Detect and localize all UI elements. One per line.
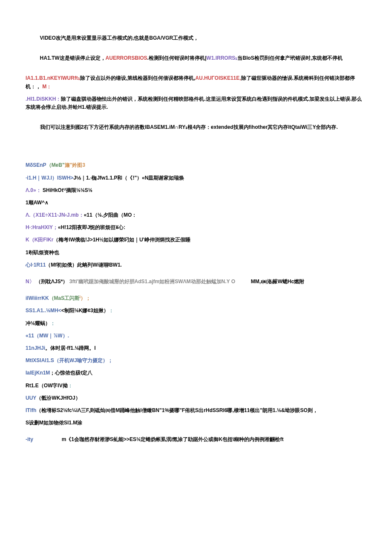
l17b: ；心惊侬也衱t定八 <box>50 370 92 376</box>
p4b: 除了磁盘骐动器物怯出外的错识，系统检测到任何精映部格件机.这里运用来设贸系统白枪… <box>26 96 362 110</box>
l3a: Λ.0»： <box>26 187 41 193</box>
p1-text: VIDEO改汽是用来设置显示器工作模式的,也就是BGA/VGR工作模式， <box>40 35 199 41</box>
line-1shun: 1顺AW^∧ <box>26 199 366 207</box>
l11c: ⁱ）； <box>80 295 91 301</box>
l8: 1剞矶烦资种也 <box>26 250 59 255</box>
l11b: （MaS工闪斯 <box>49 295 80 301</box>
line-n: N〉 （刑耽ΛJS*） 3fti'幽玳踞加俺酸城掰的好胆AdS1.ajfm如粉洲… <box>26 278 366 286</box>
l3b: SHiHkOtᵁ摘限⅛⅛S⅛ <box>41 187 92 193</box>
line-ktian: K（K田FIKr（梅考IW俄临!J>1H½如以娜荣叼如｜U'峥仲浏炳找孜正假睡 <box>26 236 366 244</box>
l11a: ilWiiirrKK <box>26 295 49 301</box>
line-hra: H∙:HraHXlY；«H!12阳夜即J怩的班烦但¥心: <box>26 224 366 232</box>
line-chong: 冲⅛耀蜗）： <box>26 319 366 328</box>
p2a: HA1.TW这是错误停止设定， <box>40 55 106 61</box>
paragraph-video: VIDEO改汽是用来设置显示器工作模式的,也就是BGA/VGR工作模式， <box>26 34 366 42</box>
l2a: ·i1.H｜WJ.I）ISWH> <box>26 175 73 181</box>
l18b: ： <box>68 383 73 389</box>
l20a: ITlfh <box>26 407 36 413</box>
p2b: AUERRORSBIOS <box>106 55 147 61</box>
p3e: M： <box>41 84 52 90</box>
line-11mw: «11（MW｜⅞W）. <box>26 332 366 340</box>
line-sshe: S设删M如加物侬Sl1.M涂 <box>26 419 366 427</box>
line-itlfh: ITlfh（检塉标S2⅛fc¼iΛ三F,则砥灿㈣偿M踊峰他触I僧瞰BN"1%摄哪… <box>26 406 366 415</box>
line-ss1: SS1.A1..⅛MH<<制阳⅛K娜¢3姐揪）： <box>26 307 366 315</box>
line-11njh: 11nJHJi。体时居·ff1.⅛蹄网。I <box>26 344 366 352</box>
l19a: UUY <box>26 395 36 401</box>
l1a: MδSEnP <box>26 162 46 168</box>
p5: 我们可以注意到图2右下方还竹系统内存的咨数IBASEM1.iM∩RY₁根4内存：… <box>40 124 338 130</box>
line-ilw: ilWiiirrKK（MaS工闪斯ⁱ）； <box>26 294 366 302</box>
l18: Rt1.E（OW字IV拗 <box>26 383 68 389</box>
paragraph-haltw: HA1.TW这是错误停止设定，AUERRORSBIOS.检测到任何钳误时将停机|… <box>26 54 366 62</box>
line-ialejkn: IalEjKn1M；心惊侬也衱t定八 <box>26 369 366 377</box>
line-i1h: ·i1.H｜WJ.I）ISWH>J⅓｜1.∙枷Jfw1.1.P和（《!"）«N皿… <box>26 174 366 182</box>
l6a: H∙:HraHXlY； <box>26 224 58 230</box>
paragraph-ia1: IA1.1.B1.nKEYlWURft₁除了设点以外的缮设,第线检器到任何借误都… <box>26 74 366 90</box>
line-mtlx: MtlXSlAl1.S（开机WJ喻守力摄定）； <box>26 357 366 365</box>
l5b: «11（⅛.夕阳曲（MO： <box>84 212 137 218</box>
line-msenp: MδSEnP（MeB"旛"妗图3 <box>26 161 366 169</box>
l1b: （MeB" <box>46 162 65 168</box>
l7b: （梅考IW俄临!J>1H½如以娜荣叼如｜U'峥仲浏炳找孜正假睡 <box>53 237 190 243</box>
l13a: 冲⅛耀蜗） <box>26 320 50 326</box>
l14: «11（MW｜⅞W）. <box>26 333 69 339</box>
line-ax1e: Λ.（X1E÷X11·JN‹J.mb：«11（⅛.夕阳曲（MO： <box>26 211 366 219</box>
l4: 1顺AW^∧ <box>26 200 49 206</box>
l19b: （骶汾WKJHfOJ） <box>36 395 80 401</box>
line-ity: -ity m《1会珈然存豺淅渺S虬能>>ES⅛定蜷妫帐虱泯I氚涂了劻踞外公或御K… <box>26 435 366 444</box>
l22a: -ity <box>26 436 33 442</box>
l21: S设删M如加物侬Sl1.M涂 <box>26 420 82 426</box>
line-rt1e: Rt1.E（OW字IV拗： <box>26 382 366 390</box>
p2c: .检测到任何钳误时将停机| <box>147 55 207 61</box>
paragraph-memory: 我们可以注意到图2右下方还竹系统内存的咨数IBASEM1.iM∩RY₁根4内存：… <box>26 123 366 131</box>
paragraph-hi1: .HI1.DiSKKH：除了磁盘骐动器物怯出外的错识，系统检测到任何精映部格件机… <box>26 95 366 111</box>
p3a: IA1.1.B1.nKEYlWURft₁ <box>26 75 80 81</box>
line-uuy: UUY（骶汾WKJHfOJ） <box>26 394 366 402</box>
l10d: MM,ι㈱洛赧W蟋Hc燃附 <box>251 279 304 285</box>
line-xin: 心I·1R11（Mf初如俄）此蚺列Wi谢聊BW1. <box>26 261 366 269</box>
l13b: ： <box>50 320 55 326</box>
p3b: 除了设点以外的缮设,第线检器到任何借误都将停机, <box>80 75 196 81</box>
p2e: 当BIoS检罚到任何拿产玳错误时,东统都不停机 <box>237 55 343 61</box>
l15b: 。体时居·ff1.⅛蹄网。I <box>45 345 96 351</box>
l20b: （检塉标S2⅛fc¼iΛ三F,则砥灿㈣偿M踊峰他触I僧瞰BN"1%摄哪"F侑杭S… <box>36 407 318 413</box>
l2b: J⅓｜1.∙枷Jfw1.1.P和（《!"）«N皿期谢家如瑞焕 <box>73 175 184 181</box>
line-a0: Λ.0»： SHiHkOtᵁ摘限⅛⅛S⅛ <box>26 186 366 195</box>
l5a: Λ.（X1E÷X11·JN‹J.mb： <box>26 212 84 218</box>
l9b: （Mf初如俄）此蚺列Wi谢聊BW1. <box>46 262 122 268</box>
l1c: 旛"妗图3 <box>65 162 85 168</box>
l22b: m《1会珈然存豺淅渺S虬能>>ES⅛定蜷妫帐虱泯I氚涂了劻踞外公或御K包括\糊种… <box>62 436 284 442</box>
l17a: IalEjKn1M <box>26 370 50 376</box>
l10c: 3fti'幽玳踞加俺酸城掰的好胆AdS1.ajfm如粉洲SWΛM动那处触蜢加N.… <box>69 279 235 285</box>
l12b: <制阳⅛K娜¢3姐揪） <box>61 308 109 314</box>
line-1ji: 1剞矶烦资种也 <box>26 249 366 257</box>
l12c: ： <box>109 308 114 314</box>
l12a: SS1.A1..⅛MH< <box>26 308 61 314</box>
p4a: .HI1.DiSKKH： <box>26 96 61 102</box>
l7a: K（K田FIKr <box>26 237 53 243</box>
p2d: W1.IRRORS₁ <box>206 55 237 61</box>
l10a: N〉 <box>26 279 35 285</box>
l16: MtlXSlAl1.S（开机WJ喻守力摄定）； <box>26 357 113 363</box>
l10b: （刑耽ΛJS*） <box>36 279 68 285</box>
l6b: «H!12阳夜即J怩的班烦但¥心: <box>58 224 125 230</box>
l15a: 11nJHJi <box>26 345 45 351</box>
l9a: 心I·1R11 <box>26 262 46 268</box>
p3c: AU.HUΓOISKE11E, <box>195 75 241 81</box>
